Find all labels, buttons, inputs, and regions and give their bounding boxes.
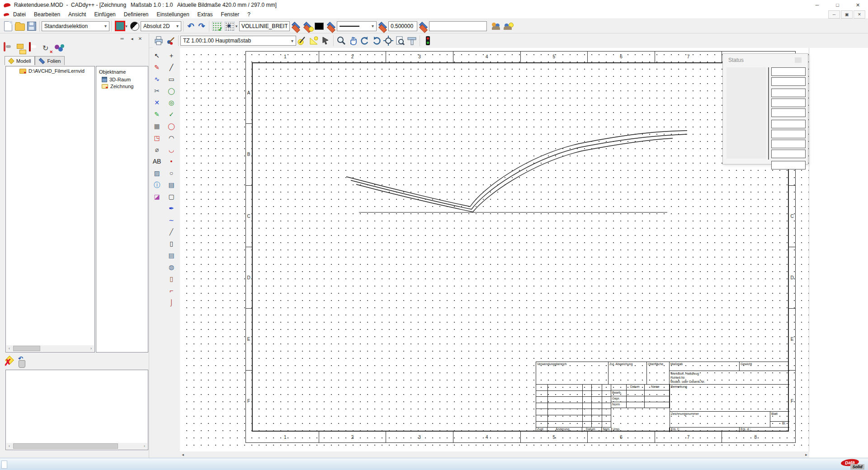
move-grid-tool[interactable]: ▦: [151, 120, 163, 132]
scroll-left-arrow[interactable]: ◂: [180, 452, 186, 457]
zoom-previous-button[interactable]: [359, 35, 371, 47]
model-mode-button[interactable]: [4, 43, 15, 54]
scroll-right-arrow[interactable]: ›: [88, 346, 94, 351]
info-tool[interactable]: ⓘ: [151, 179, 163, 191]
cylinder3d-tool[interactable]: ◍: [165, 261, 177, 273]
point-tool[interactable]: •: [165, 155, 177, 167]
maximize-button[interactable]: □: [827, 0, 848, 10]
crosshair-tool[interactable]: +: [165, 50, 177, 61]
snap-grid-button[interactable]: ✓: [211, 20, 223, 32]
scroll-thumb[interactable]: [13, 443, 118, 449]
layer-button-1[interactable]: [290, 20, 302, 32]
minimize-button[interactable]: ─: [807, 0, 827, 10]
menu-item[interactable]: Datei: [9, 10, 30, 19]
pen-tool[interactable]: ✒: [165, 202, 177, 214]
group-users-button[interactable]: [491, 20, 502, 32]
selection-mode-select[interactable]: Standardselektion ▾: [42, 21, 109, 31]
layer-button-2[interactable]: [325, 20, 337, 32]
layer-visibility-button[interactable]: [302, 20, 313, 32]
group-objects-button[interactable]: [54, 43, 66, 54]
status-field[interactable]: [771, 99, 806, 107]
trackball-button[interactable]: [129, 20, 141, 32]
rotate-reset-button[interactable]: ↻ ✕: [42, 43, 53, 54]
tree-hscrollbar[interactable]: ‹ ›: [6, 345, 94, 352]
status-field[interactable]: [771, 130, 806, 138]
object-list[interactable]: Objektname 3D-Raum Zeichnung: [96, 66, 148, 352]
circle-tool[interactable]: ◯: [165, 85, 177, 97]
menu-item[interactable]: ?: [243, 10, 255, 19]
rounded-rect-tool[interactable]: ▢: [165, 191, 177, 202]
tsquare-button[interactable]: [406, 35, 418, 47]
curve-blue-tool[interactable]: ∿: [151, 73, 163, 85]
line-name-input[interactable]: [239, 21, 290, 31]
extra-input[interactable]: [429, 21, 487, 31]
status-field[interactable]: [771, 120, 806, 128]
close-button[interactable]: ✕: [848, 0, 868, 10]
menu-item[interactable]: Einstellungen: [153, 10, 193, 19]
panel-dock-button[interactable]: ◂: [128, 35, 136, 42]
nozzle-contour-middle[interactable]: [351, 134, 687, 209]
menu-item[interactable]: Extras: [193, 10, 217, 19]
pan-button[interactable]: [347, 35, 359, 47]
sketch-pen-red-tool[interactable]: ✎: [151, 61, 163, 73]
coord-mode-select[interactable]: Absolut 2D ▾: [141, 21, 181, 31]
box-tool[interactable]: ▤: [165, 249, 177, 261]
delete-selection-button[interactable]: ✗: [4, 357, 15, 368]
line-width-input[interactable]: [388, 21, 417, 31]
selection-color-button[interactable]: ▾: [113, 20, 129, 32]
menu-item[interactable]: Ansicht: [64, 10, 90, 19]
grab-mode-button[interactable]: [29, 43, 40, 54]
status-field[interactable]: [771, 140, 806, 148]
status-field[interactable]: [771, 67, 806, 76]
circle-center-tool[interactable]: ◎: [165, 97, 177, 108]
new-file-button[interactable]: [2, 20, 14, 32]
line-color-button[interactable]: [313, 20, 325, 32]
rectangle-tool[interactable]: ▭: [165, 73, 177, 85]
select-region-tool[interactable]: ◳: [151, 132, 163, 144]
pointer-mode-button[interactable]: [320, 35, 331, 47]
delete-element-tool[interactable]: ✕: [151, 97, 163, 108]
status-field[interactable]: [771, 108, 806, 117]
layer-button-4[interactable]: [417, 20, 429, 32]
pen-settings-button[interactable]: [165, 35, 176, 47]
message-hscrollbar[interactable]: ‹ ›: [6, 443, 147, 449]
menu-item[interactable]: Definieren: [120, 10, 153, 19]
zoom-fit-button[interactable]: [382, 35, 394, 47]
corner-tool[interactable]: ⌐: [165, 285, 177, 296]
model-tree[interactable]: D:\AVCHD_Filme\Lernvid ‹ ›: [5, 66, 95, 352]
object-item-zeichnung[interactable]: Zeichnung: [96, 82, 148, 89]
undo-button[interactable]: ↶: [185, 21, 196, 31]
cylinder-tool[interactable]: ▤: [165, 179, 177, 191]
measure-tool[interactable]: ⌀: [151, 144, 163, 155]
user-highlight-button[interactable]: [502, 20, 514, 32]
restore-deleted-button[interactable]: ↶: [16, 357, 28, 368]
arc-tool[interactable]: ◠: [165, 132, 177, 144]
zoom-window-button[interactable]: [335, 35, 347, 47]
scroll-right-arrow[interactable]: ▸: [803, 452, 809, 457]
scroll-right-arrow[interactable]: ›: [142, 444, 147, 448]
mdi-close-button[interactable]: ✕: [854, 10, 865, 19]
line-style-select[interactable]: ▾: [337, 21, 377, 31]
scroll-thumb[interactable]: [13, 346, 40, 351]
object-item-3d-raum[interactable]: 3D-Raum: [96, 75, 148, 82]
arc-red-tool[interactable]: ◡: [165, 144, 177, 155]
diagonal-line-tool[interactable]: ╱: [165, 226, 177, 238]
select-tool[interactable]: ↖: [151, 50, 163, 61]
scale-select[interactable]: TZ 1.00:1.00 Hauptmaßstab ▾: [180, 36, 296, 46]
ok-tool[interactable]: ✓: [165, 108, 177, 120]
status-window[interactable]: Status: [722, 53, 808, 164]
tree-root-item[interactable]: D:\AVCHD_Filme\Lernvid: [6, 66, 94, 74]
ellipse-tool[interactable]: ▯: [165, 238, 177, 249]
drawing-status-button[interactable]: [422, 35, 434, 47]
layer-button-3[interactable]: [377, 20, 388, 32]
message-box[interactable]: ‹ ›: [5, 370, 148, 450]
grid-visibility-button[interactable]: ◉ ▾: [223, 20, 239, 32]
panel-close-button[interactable]: ✕: [137, 35, 144, 42]
small-circle-tool[interactable]: ○: [165, 167, 177, 179]
canvas-hscrollbar[interactable]: ◂ ▸: [180, 451, 809, 458]
ruler-light-button[interactable]: [308, 35, 320, 47]
scroll-left-arrow[interactable]: ‹: [6, 346, 12, 351]
nozzle-contour-inner[interactable]: [356, 138, 673, 212]
status-field[interactable]: [771, 150, 806, 158]
spline-tool[interactable]: ∼: [165, 214, 177, 226]
